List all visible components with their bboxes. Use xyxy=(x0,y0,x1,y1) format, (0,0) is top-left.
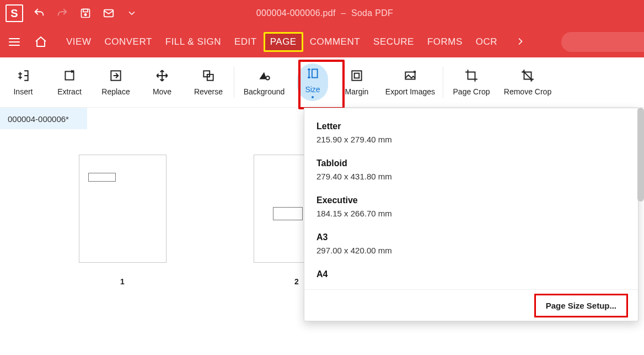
tab-view[interactable]: VIEW xyxy=(60,32,98,52)
size-option-a3[interactable]: A3 297.00 x 420.00 mm xyxy=(304,226,638,263)
size-option-dims: 297.00 x 420.00 mm xyxy=(316,246,626,255)
title-bar: S 000004-000006.pdf – Soda PDF xyxy=(0,0,644,27)
page-crop-icon xyxy=(464,68,479,83)
dropdown-indicator-icon xyxy=(312,96,314,98)
search-area[interactable] xyxy=(561,32,644,52)
tool-export-images[interactable]: Export Images xyxy=(380,60,441,104)
tool-extract[interactable]: Extract xyxy=(46,60,93,104)
size-dropdown-footer: Page Size Setup... xyxy=(304,289,638,321)
tool-reverse[interactable]: Reverse xyxy=(185,60,232,104)
redo-icon[interactable] xyxy=(56,7,68,19)
tool-label: Background xyxy=(244,87,285,96)
size-option-name: Tabloid xyxy=(316,158,626,168)
page-content-placeholder xyxy=(88,173,116,182)
tool-remove-crop[interactable]: Remove Crop xyxy=(497,60,558,104)
insert-icon xyxy=(16,68,30,83)
tool-insert[interactable]: Insert xyxy=(0,60,46,104)
undo-icon[interactable] xyxy=(33,7,45,19)
tabs-overflow-icon[interactable] xyxy=(515,36,526,49)
tool-label: Export Images xyxy=(385,87,435,96)
svg-rect-1 xyxy=(83,9,88,12)
window-title: 000004-000006.pdf – Soda PDF xyxy=(138,8,512,18)
size-options-list: Letter 215.90 x 279.40 mm Tabloid 279.40… xyxy=(304,108,638,289)
margin-icon xyxy=(350,68,364,83)
svg-rect-10 xyxy=(352,71,361,80)
tool-margin[interactable]: Margin xyxy=(334,60,380,104)
document-tab[interactable]: 000004-000006* xyxy=(0,108,87,130)
page-size-setup-button[interactable]: Page Size Setup... xyxy=(534,294,628,317)
size-option-name: Letter xyxy=(316,121,626,131)
size-option-dims: 279.40 x 431.80 mm xyxy=(316,172,626,181)
svg-rect-9 xyxy=(312,69,318,77)
title-filename: 000004-000006.pdf xyxy=(256,8,336,18)
extract-icon xyxy=(62,68,77,83)
size-option-tabloid[interactable]: Tabloid 279.40 x 431.80 mm xyxy=(304,152,638,189)
size-option-name: A3 xyxy=(316,232,626,242)
size-option-a4[interactable]: A4 xyxy=(304,263,638,279)
size-dropdown: Letter 215.90 x 279.40 mm Tabloid 279.40… xyxy=(304,108,638,321)
vertical-scrollbar[interactable] xyxy=(637,108,644,202)
svg-rect-6 xyxy=(203,71,210,77)
title-appname: Soda PDF xyxy=(351,8,393,18)
svg-point-2 xyxy=(84,13,87,16)
size-option-letter[interactable]: Letter 215.90 x 279.40 mm xyxy=(304,115,638,152)
tool-replace[interactable]: Replace xyxy=(93,60,139,104)
tool-background[interactable]: Background xyxy=(237,60,292,104)
size-option-name: A4 xyxy=(316,269,626,279)
move-icon xyxy=(155,68,169,83)
main-menu-bar: VIEW CONVERT FILL & SIGN EDIT PAGE COMME… xyxy=(0,27,644,57)
mail-icon[interactable] xyxy=(103,7,115,19)
tool-label: Margin xyxy=(345,87,369,96)
tool-label: Size xyxy=(305,85,320,94)
toolbar-separator xyxy=(234,67,234,98)
tab-comment[interactable]: COMMENT xyxy=(303,32,367,52)
tool-label: Extract xyxy=(57,87,82,96)
replace-icon xyxy=(109,68,123,83)
svg-point-8 xyxy=(266,76,270,80)
page-number-label: 2 xyxy=(294,277,299,286)
chevron-down-icon[interactable] xyxy=(126,7,138,19)
remove-crop-icon xyxy=(520,68,535,83)
page-toolbar: Insert Extract Replace Move Reverse Back… xyxy=(0,57,644,108)
tab-fill-sign[interactable]: FILL & SIGN xyxy=(159,32,228,52)
size-icon xyxy=(305,66,320,81)
size-option-executive[interactable]: Executive 184.15 x 266.70 mm xyxy=(304,189,638,226)
tool-label: Insert xyxy=(13,87,33,96)
tool-label: Page Crop xyxy=(453,87,490,96)
tab-edit[interactable]: EDIT xyxy=(228,32,264,52)
size-option-dims: 215.90 x 279.40 mm xyxy=(316,135,626,144)
svg-rect-11 xyxy=(355,73,359,78)
save-icon[interactable] xyxy=(79,7,92,19)
tab-ocr[interactable]: OCR xyxy=(469,32,504,52)
background-icon xyxy=(257,68,271,83)
tab-page[interactable]: PAGE xyxy=(264,32,303,52)
tab-convert[interactable]: CONVERT xyxy=(98,32,158,52)
quick-access-toolbar xyxy=(33,7,138,19)
tool-label: Reverse xyxy=(194,87,223,96)
page-number-label: 1 xyxy=(120,277,125,286)
tool-move[interactable]: Move xyxy=(139,60,185,104)
tool-label: Replace xyxy=(101,87,130,96)
tool-page-crop[interactable]: Page Crop xyxy=(446,60,497,104)
tab-forms[interactable]: FORMS xyxy=(421,32,469,52)
reverse-icon xyxy=(201,68,216,83)
tool-label: Move xyxy=(153,87,171,96)
tool-label: Remove Crop xyxy=(504,87,551,96)
export-images-icon xyxy=(403,68,417,83)
page-content-placeholder xyxy=(273,207,303,220)
svg-rect-12 xyxy=(405,72,415,80)
size-option-name: Executive xyxy=(316,195,626,205)
svg-rect-4 xyxy=(65,71,73,80)
page-thumbnail[interactable] xyxy=(79,155,167,263)
size-option-dims: 184.15 x 266.70 mm xyxy=(316,209,626,218)
tab-secure[interactable]: SECURE xyxy=(367,32,421,52)
app-logo: S xyxy=(6,4,23,22)
home-icon[interactable] xyxy=(33,34,49,50)
main-tabs: VIEW CONVERT FILL & SIGN EDIT PAGE COMME… xyxy=(60,32,504,52)
toolbar-separator xyxy=(443,67,443,98)
hamburger-icon[interactable] xyxy=(7,34,22,50)
tool-size[interactable]: Size xyxy=(292,60,334,104)
svg-rect-7 xyxy=(207,75,213,81)
